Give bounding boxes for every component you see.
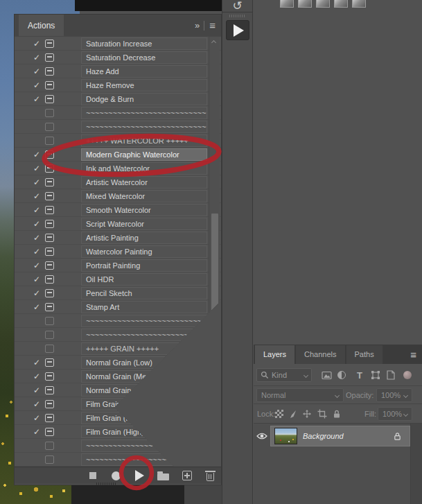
action-label[interactable]: ~~~~~~~~~~~~~~~~~~~~~~~~~~~~~~~~... — [81, 107, 207, 119]
action-row[interactable]: +++++ WATERCOLOR +++++ — [15, 134, 221, 148]
lock-image-pixels-icon[interactable] — [285, 408, 298, 420]
dialog-toggle-icon[interactable] — [45, 303, 54, 311]
action-label[interactable]: +++++ WATERCOLOR +++++ — [81, 134, 207, 147]
filter-shape-layers-icon[interactable] — [369, 368, 383, 382]
action-row[interactable]: Artistic Painting — [15, 231, 221, 245]
include-check-icon[interactable] — [31, 67, 42, 76]
dialog-toggle-icon[interactable] — [45, 275, 54, 284]
filter-kind-dropdown[interactable]: Kind — [256, 368, 312, 382]
preset-icon[interactable] — [334, 0, 348, 8]
dialog-toggle-icon[interactable] — [45, 67, 54, 76]
dialog-toggle-icon[interactable] — [45, 358, 54, 367]
action-row[interactable]: Portrait Painting — [15, 259, 221, 272]
action-row[interactable]: Haze Add — [15, 64, 221, 78]
filter-pixel-layers-icon[interactable] — [319, 368, 333, 382]
include-check-icon[interactable] — [31, 358, 42, 367]
dialog-toggle-icon[interactable] — [45, 261, 54, 270]
panel-menu-icon[interactable]: ≡ — [204, 21, 216, 31]
action-label[interactable]: Mixed Watercolor — [81, 190, 207, 202]
action-row[interactable]: Saturation Increase — [15, 37, 221, 51]
include-check-icon[interactable] — [31, 192, 42, 200]
action-label[interactable]: Artistic Watercolor — [81, 176, 207, 189]
action-label[interactable]: Dodge & Burn — [81, 93, 207, 105]
dialog-toggle-icon[interactable] — [45, 372, 54, 381]
dialog-toggle-icon[interactable] — [45, 123, 54, 131]
dialog-toggle-icon[interactable] — [45, 442, 54, 450]
layer-thumbnail[interactable] — [274, 428, 297, 444]
filter-type-layers-icon[interactable]: T — [353, 368, 367, 382]
delete-button[interactable] — [204, 469, 216, 482]
action-label[interactable]: Saturation Decrease — [81, 51, 207, 64]
action-label[interactable]: Artistic Painting — [81, 232, 207, 244]
dialog-toggle-icon[interactable] — [45, 220, 54, 228]
scroll-up-icon[interactable] — [211, 40, 216, 45]
dialog-toggle-icon[interactable] — [45, 95, 54, 103]
preset-icon[interactable] — [280, 0, 294, 8]
stop-button[interactable] — [87, 469, 98, 482]
action-label[interactable]: Haze Add — [81, 65, 207, 78]
action-row[interactable]: ~~~~~~~~~~~~~~~~~~~~~~~~~~~~~~~~... — [15, 453, 221, 467]
action-label[interactable]: Stamp Art — [81, 301, 207, 313]
actions-dock-icon[interactable] — [226, 20, 249, 40]
new-action-button[interactable] — [181, 469, 193, 482]
filter-smart-objects-icon[interactable] — [384, 368, 398, 382]
dialog-toggle-icon[interactable] — [45, 164, 54, 173]
include-check-icon[interactable] — [31, 164, 42, 173]
action-label[interactable]: Pencil Sketch — [81, 287, 207, 299]
include-check-icon[interactable] — [31, 372, 42, 381]
dialog-toggle-icon[interactable] — [45, 150, 54, 159]
lock-all-icon[interactable] — [331, 408, 343, 420]
dialog-toggle-icon[interactable] — [45, 40, 54, 48]
action-row[interactable]: ~~~~~~~~~~~~~~~~~~~~~~~~~~~~~~~~... — [15, 106, 221, 120]
layer-row-background[interactable]: Background — [254, 426, 422, 446]
include-check-icon[interactable] — [31, 261, 42, 270]
action-row[interactable]: ~~~~~~~~~~~~~~~~~~~~~~~~~~~~~~~~... — [15, 120, 221, 134]
include-check-icon[interactable] — [31, 386, 42, 394]
dialog-toggle-icon[interactable] — [45, 414, 54, 422]
action-row[interactable]: Ink and Watercolor — [15, 162, 221, 175]
fill-dropdown[interactable]: 100% — [378, 407, 412, 421]
panel-resize-grip[interactable] — [96, 483, 116, 485]
dialog-toggle-icon[interactable] — [45, 455, 54, 464]
action-label[interactable]: Haze Remove — [81, 79, 207, 92]
filter-toggle-icon[interactable] — [401, 368, 414, 382]
action-label[interactable]: Oil HDR — [81, 273, 207, 286]
selected-layer-highlight[interactable]: Background — [270, 426, 410, 446]
filter-adjustment-layers-icon[interactable] — [335, 368, 349, 382]
tab-paths[interactable]: Paths — [346, 345, 383, 364]
dialog-toggle-icon[interactable] — [45, 178, 54, 186]
action-row[interactable]: Modern Graphic Watercolor — [15, 148, 221, 162]
tab-channels[interactable]: Channels — [296, 345, 344, 364]
action-row[interactable]: Mixed Watercolor — [15, 189, 221, 203]
include-check-icon[interactable] — [31, 95, 42, 103]
tab-actions[interactable]: Actions — [19, 15, 64, 36]
include-check-icon[interactable] — [31, 234, 42, 242]
dialog-toggle-icon[interactable] — [45, 247, 54, 256]
blend-mode-dropdown[interactable]: Normal — [256, 388, 344, 402]
action-row[interactable]: Haze Remove — [15, 78, 221, 92]
dialog-toggle-icon[interactable] — [45, 206, 54, 214]
include-check-icon[interactable] — [31, 414, 42, 422]
action-label[interactable]: Watercolor Painting — [81, 245, 207, 258]
include-check-icon[interactable] — [31, 247, 42, 256]
visibility-toggle[interactable] — [254, 426, 270, 446]
action-row[interactable]: ~~~~~~~~~~~~~~~~~~~~~~~~~~~~~~~~... — [15, 314, 221, 328]
dialog-toggle-icon[interactable] — [45, 400, 54, 408]
preset-icon[interactable] — [352, 0, 366, 8]
dialog-toggle-icon[interactable] — [45, 345, 54, 353]
lock-transparent-pixels-icon[interactable] — [273, 408, 285, 420]
dialog-toggle-icon[interactable] — [45, 428, 54, 436]
include-check-icon[interactable] — [31, 428, 42, 436]
include-check-icon[interactable] — [31, 206, 42, 214]
include-check-icon[interactable] — [31, 178, 42, 186]
record-button[interactable] — [110, 469, 122, 482]
new-group-button[interactable] — [157, 469, 169, 482]
dialog-toggle-icon[interactable] — [45, 317, 54, 325]
action-label[interactable]: Smooth Watercolor — [81, 204, 207, 216]
dock-grip[interactable] — [229, 15, 246, 17]
action-row[interactable]: Oil HDR — [15, 272, 221, 286]
action-row[interactable]: Dodge & Burn — [15, 92, 221, 106]
action-row[interactable]: Watercolor Painting — [15, 245, 221, 259]
action-row[interactable]: Pencil Sketch — [15, 286, 221, 300]
preset-icon[interactable] — [316, 0, 330, 8]
